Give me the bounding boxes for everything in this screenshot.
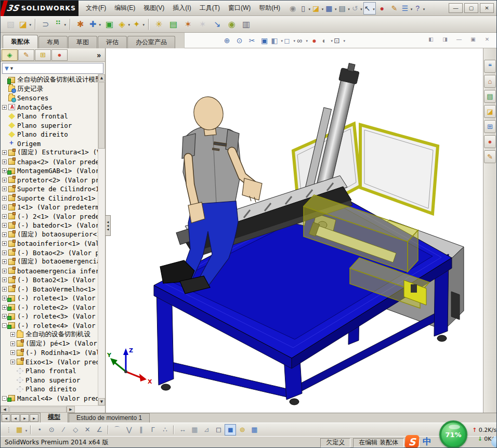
file-explorer-icon[interactable]: ◪ (484, 105, 496, 118)
tree-expander[interactable] (2, 196, 7, 201)
pane-right-button[interactable]: ◨ (440, 35, 450, 44)
menu-window[interactable]: 窗口(W) (224, 2, 255, 15)
tree-item[interactable]: Eixo<1> (Valor prede (2, 358, 97, 367)
tree-item[interactable]: (-) rolete<3> (Valor pr (2, 312, 97, 321)
tree-item[interactable]: (-) rolete<4> (Valor pr (2, 321, 97, 331)
tree-expander[interactable] (2, 150, 7, 155)
tree-item[interactable]: 历史记录 (2, 85, 97, 94)
tree-expander[interactable] (2, 296, 7, 300)
filter-dropdown-icon[interactable]: ▼ (10, 67, 13, 71)
tree-item[interactable]: (-) rolete<2> (Valor pr (2, 303, 97, 312)
scroll-down-icon[interactable]: ▼ (98, 398, 105, 405)
custom-properties-icon[interactable]: ✎ (484, 150, 496, 163)
tree-expander[interactable] (2, 278, 7, 282)
tree-expander[interactable] (2, 251, 7, 255)
options-button[interactable]: ☰ (401, 2, 414, 15)
tree-item[interactable]: Plano superior (2, 121, 97, 130)
close-button[interactable]: ✕ (480, 3, 494, 13)
tree-expander[interactable] (2, 259, 7, 264)
tree-item[interactable]: (-) Botao<2> (Valor pre (2, 248, 97, 258)
tree-expander[interactable] (2, 205, 7, 209)
displaymanager-tab[interactable]: ● (51, 49, 68, 61)
tree-expander[interactable] (2, 168, 7, 173)
menu-insert[interactable]: 插入(I) (168, 2, 195, 15)
next-doc-tab-button[interactable]: ▶ (20, 414, 29, 422)
open-part-button[interactable]: ◪ (18, 18, 32, 32)
midpoint-snap-button[interactable]: ⋁ (123, 424, 135, 436)
apply-scene-button[interactable]: ◐ (321, 34, 333, 47)
points-snap-button[interactable]: ∴ (159, 424, 171, 436)
minimize-button[interactable]: — (449, 3, 463, 13)
tree-item[interactable]: Plano direito (2, 130, 97, 139)
ime-language-indicator[interactable]: 中 (423, 436, 431, 447)
menu-help[interactable]: 帮助(H) (255, 2, 284, 15)
view-palette-icon[interactable]: ⊞ (484, 120, 496, 133)
maximize-button[interactable]: ▢ (464, 3, 478, 13)
floating-ball-partial[interactable] (491, 436, 497, 447)
forum-icon[interactable]: ❝ (484, 60, 496, 73)
move-component-button[interactable]: ✚ (88, 18, 102, 32)
zoom-area-button[interactable]: ⊙ (233, 34, 245, 47)
menu-tools[interactable]: 工具(T) (195, 2, 224, 15)
propertymanager-tab[interactable]: ✎ (18, 49, 34, 61)
tree-item[interactable]: (-) rolete<1> (Valor pr (2, 294, 97, 303)
point-snap-button[interactable]: • (34, 424, 45, 436)
tree-expander[interactable] (2, 105, 7, 110)
display-style-button[interactable]: ◧ (271, 34, 283, 47)
tree-vertical-scrollbar[interactable]: ▲ ▼ (98, 74, 105, 405)
featuremanager-tab[interactable]: ◈ (2, 49, 18, 61)
motion-study-button[interactable]: ✳ (152, 18, 166, 32)
instant3d-button[interactable]: ▥ (239, 18, 253, 32)
model-tab[interactable]: 模型 (40, 412, 68, 423)
assembly-features-button[interactable]: ◈ (117, 18, 131, 32)
tree-item[interactable]: Plano frontal (2, 366, 97, 376)
doc-restore-button[interactable]: ▣ (468, 35, 478, 44)
first-doc-tab-button[interactable]: ◀ (2, 414, 10, 422)
tree-item[interactable]: (-) BotaoVermelho<1> (V (2, 285, 97, 294)
tree-expander[interactable] (2, 187, 7, 191)
tree-expander[interactable] (2, 314, 7, 319)
tree-item[interactable]: (-) batedor<1> (Valor p (2, 221, 97, 230)
tree-item[interactable]: Sensores (2, 94, 97, 103)
tangent-snap-button[interactable]: ⌒ (111, 424, 123, 436)
tree-item[interactable]: chapa<2> (Valor predete (2, 157, 97, 167)
tree-item[interactable]: (-) Botao2<1> (Valor pr (2, 275, 97, 285)
explode-line-sketch-button[interactable]: ✶ (195, 18, 210, 32)
scroll-right-icon[interactable]: ▶ (67, 406, 75, 413)
scroll-up-icon[interactable]: ▲ (98, 74, 105, 82)
edit-sheet-button[interactable]: ✎ (388, 2, 401, 15)
pane-left-button[interactable]: ◧ (426, 35, 436, 44)
exploded-view-button[interactable]: ✶ (181, 18, 195, 32)
panel-splitter[interactable]: ◀ ◀ ◀ (106, 215, 111, 236)
menu-pin-icon[interactable]: ◉ (286, 2, 299, 15)
ime-bar[interactable]: S 中 (405, 435, 431, 448)
view-settings-button[interactable]: ⊡ (333, 34, 345, 47)
tree-expander[interactable] (2, 305, 7, 310)
tree-item[interactable]: Plano direito (2, 385, 97, 394)
tree-item[interactable]: 全自动的设备切割机设 (2, 330, 97, 339)
menu-file[interactable]: 文件(F) (82, 2, 110, 15)
undo-button[interactable]: ↺ (351, 2, 363, 15)
center-snap-button[interactable]: ⊙ (46, 424, 57, 436)
traffic-light-icon[interactable]: ● (376, 2, 388, 15)
smart-fasteners-button[interactable]: ✱ (73, 18, 87, 32)
line-snap-button[interactable]: ∕ (58, 424, 69, 436)
scroll-left-icon[interactable]: ◀ (1, 406, 9, 413)
assembly-visualization-button[interactable]: ◉ (225, 18, 239, 32)
health-ball[interactable]: 71% (439, 420, 467, 448)
insert-component-button[interactable]: ▧ (4, 18, 18, 32)
tree-item[interactable]: protetor<2> (Valor pred (2, 176, 97, 185)
mate-button[interactable]: ⊃ (38, 18, 53, 32)
tree-expander[interactable] (10, 360, 15, 364)
sketch-warning-button[interactable]: ▦ (16, 424, 28, 436)
scrollbar-thumb[interactable] (9, 406, 67, 413)
parallel-snap-button[interactable]: ∥ (135, 424, 147, 436)
wireframe-display-button[interactable]: ◻ (213, 424, 224, 436)
appearances-icon[interactable]: ● (484, 135, 496, 148)
tree-expander[interactable] (2, 269, 7, 273)
tree-expander[interactable] (2, 178, 7, 182)
angle-snap-button[interactable]: ∠ (94, 424, 105, 436)
intersection-snap-button[interactable]: ✕ (82, 424, 93, 436)
view-cube-button[interactable]: ◻ (283, 34, 295, 47)
select-cursor-button[interactable]: ↖ (363, 2, 376, 15)
